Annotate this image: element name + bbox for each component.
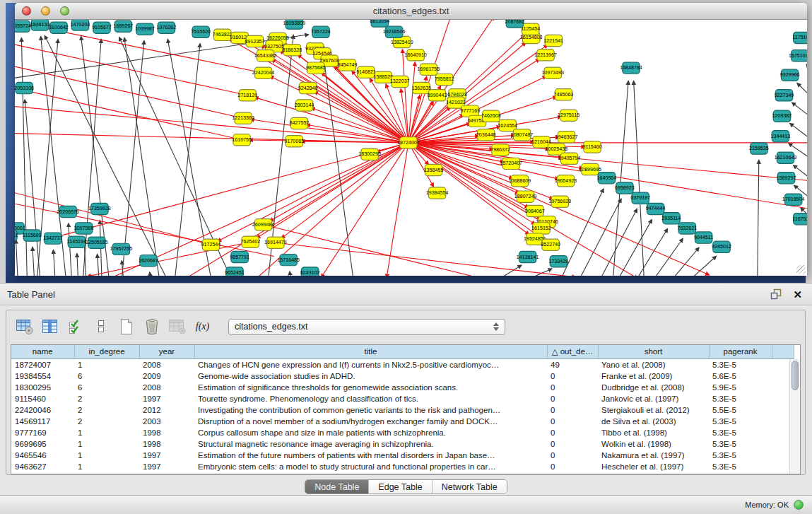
new-table-icon[interactable]: [117, 317, 136, 336]
graph-node[interactable]: 8100642: [49, 22, 69, 33]
network-canvas[interactable]: 1872400774638229160128891235718226058932…: [15, 20, 807, 276]
function-builder-icon[interactable]: f(x): [193, 317, 212, 336]
tab-network-table[interactable]: Network Table: [433, 480, 507, 493]
graph-node[interactable]: 1039987: [135, 23, 155, 35]
graph-node[interactable]: 18807249: [514, 191, 537, 202]
graph-node[interactable]: 16914479: [264, 237, 287, 248]
graph-node[interactable]: 12213967: [534, 49, 557, 61]
select-column-icon[interactable]: [40, 317, 59, 336]
graph-node[interactable]: 9170065: [285, 136, 305, 147]
graph-node[interactable]: 1322037: [390, 76, 410, 87]
graph-node[interactable]: 12213363: [232, 112, 254, 124]
graph-node[interactable]: 7625402: [241, 236, 261, 247]
graph-node[interactable]: 16543382: [254, 50, 277, 62]
column-header-short[interactable]: short: [598, 345, 709, 358]
graph-node[interactable]: 1846133: [30, 20, 50, 30]
graph-node[interactable]: 1358455: [424, 164, 444, 175]
graph-node[interactable]: 1640954: [597, 173, 617, 184]
column-header-out_degree[interactable]: △ out_de…: [547, 345, 598, 358]
row-height-icon[interactable]: [91, 317, 110, 336]
graph-node[interactable]: 19463627: [555, 132, 578, 143]
graph-node[interactable]: 1344413: [771, 131, 791, 142]
graph-node[interactable]: 20206576: [57, 206, 79, 217]
graph-node[interactable]: 1125454: [521, 23, 540, 35]
graph-node[interactable]: 19756928: [549, 196, 572, 207]
close-panel-icon[interactable]: ✕: [793, 289, 802, 300]
graph-node[interactable]: 12975115: [558, 110, 579, 121]
table-row[interactable]: 911546021997Tourette syndrome. Phenomeno…: [11, 393, 794, 404]
graph-node[interactable]: 14136141: [517, 251, 539, 262]
float-window-icon[interactable]: [770, 288, 782, 300]
column-header-name[interactable]: name: [11, 345, 74, 358]
column-header-year[interactable]: year: [139, 345, 194, 358]
graph-node[interactable]: 2053108: [15, 82, 34, 93]
graph-node[interactable]: 2620687: [139, 255, 158, 267]
graph-node[interactable]: 8990443: [428, 90, 447, 101]
graph-node[interactable]: 1976262: [157, 22, 177, 33]
graph-node[interactable]: 1470203: [71, 20, 90, 30]
graph-node[interactable]: 6958923: [615, 182, 635, 194]
graph-node[interactable]: 19495794: [558, 153, 581, 164]
table-row[interactable]: 1456911722003Disruption of a novel membe…: [11, 416, 794, 427]
graph-node[interactable]: 16848784: [620, 62, 642, 74]
graph-node[interactable]: 15751074: [789, 50, 807, 62]
graph-node[interactable]: 2036448: [476, 129, 496, 141]
graph-node[interactable]: 2055724: [15, 21, 31, 32]
table-row[interactable]: 1938455462009Genome-wide association stu…: [11, 370, 794, 382]
graph-node[interactable]: 7462608: [481, 110, 501, 122]
graph-node[interactable]: 9105677: [92, 22, 112, 33]
graph-node[interactable]: 1610755: [232, 134, 252, 146]
graph-node[interactable]: 2718120: [237, 90, 257, 101]
graph-node[interactable]: 7485063: [554, 89, 574, 100]
memory-status-icon[interactable]: [794, 500, 804, 510]
table-row[interactable]: 946362711997Embryonic stem cells: a mode…: [11, 461, 794, 472]
graph-node[interactable]: 26099484: [252, 219, 275, 230]
graph-node[interactable]: 8522740: [541, 239, 560, 250]
graph-node[interactable]: 1615152: [531, 223, 551, 234]
graph-node[interactable]: 8186328: [282, 45, 302, 56]
graph-node[interactable]: 7357224: [311, 26, 331, 37]
graph-node[interactable]: 10899695: [579, 163, 601, 175]
graph-node[interactable]: 18300295: [358, 148, 381, 160]
column-header-pagerank[interactable]: pagerank: [709, 345, 772, 358]
graph-node[interactable]: 16210643: [775, 152, 797, 163]
table-row[interactable]: 969969511998Structural magnetic resonanc…: [11, 438, 794, 450]
table-settings-icon[interactable]: [15, 317, 34, 336]
graph-node[interactable]: 3097588: [74, 223, 94, 234]
graph-node[interactable]: 10807487: [511, 129, 534, 141]
citation-network-graph[interactable]: 1872400774638229160128891235718226058932…: [15, 20, 807, 276]
table-row[interactable]: 2242004622012Investigating the contribut…: [11, 404, 794, 416]
graph-node[interactable]: 9115460: [583, 141, 602, 153]
graph-node[interactable]: 1175107: [792, 32, 807, 43]
graph-node[interactable]: 2087682: [505, 20, 525, 28]
graph-node[interactable]: 9329966: [780, 69, 800, 81]
graph-node[interactable]: 1689267: [114, 21, 134, 32]
graph-node[interactable]: 19384554: [426, 187, 449, 199]
graph-node[interactable]: 9227349: [775, 90, 794, 101]
graph-node[interactable]: 7986372: [490, 144, 510, 156]
graph-node[interactable]: 8912357: [245, 35, 265, 47]
graph-node[interactable]: 9245012: [712, 241, 731, 252]
graph-node[interactable]: 1167534: [792, 214, 807, 225]
tab-edge-table[interactable]: Edge Table: [369, 480, 432, 493]
graph-node[interactable]: 19654923: [555, 175, 577, 187]
graph-node[interactable]: 9857791: [230, 251, 249, 262]
graph-node[interactable]: 8243102: [300, 267, 320, 276]
graph-node[interactable]: 17359928: [88, 203, 111, 214]
graph-node[interactable]: 2159535: [749, 143, 769, 154]
graph-node[interactable]: 15716485: [277, 254, 300, 265]
graph-node[interactable]: 17957255: [110, 243, 133, 255]
graph-node[interactable]: 1589297: [777, 173, 796, 184]
scrollbar-thumb[interactable]: [792, 361, 799, 390]
graph-node[interactable]: 7515520: [191, 26, 211, 37]
graph-node[interactable]: 9875685: [306, 62, 326, 74]
graph-node[interactable]: 9172544: [201, 239, 221, 250]
graph-node[interactable]: 9044511: [694, 232, 713, 243]
graph-node[interactable]: 15720407: [500, 158, 522, 169]
graph-node[interactable]: 8427552: [290, 117, 310, 129]
graph-node[interactable]: 2803144: [295, 100, 314, 111]
table-row[interactable]: 1830029562008Estimation of significance …: [11, 382, 794, 393]
window-resize-grip[interactable]: [796, 265, 806, 274]
network-window-titlebar[interactable]: citations_edges.txt: [15, 3, 807, 20]
graph-node[interactable]: 16961758: [418, 64, 440, 75]
